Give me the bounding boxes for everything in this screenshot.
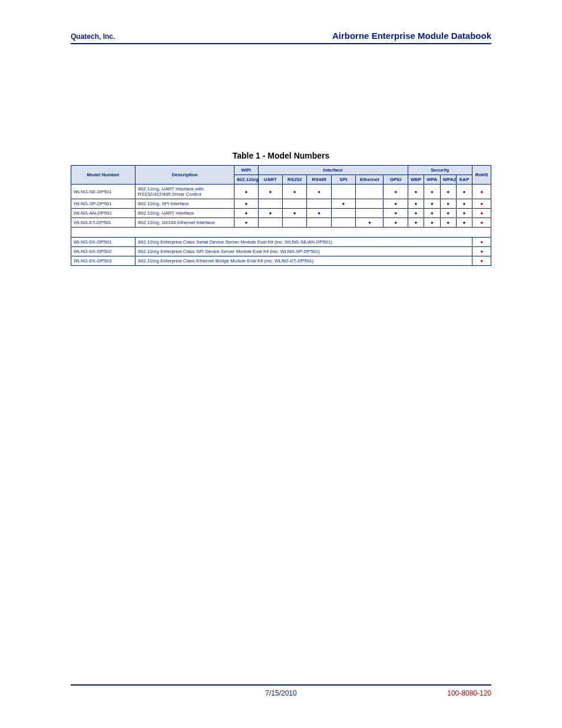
dot-icon: [431, 210, 434, 216]
table-cell: [424, 199, 440, 209]
dot-icon: [480, 189, 483, 195]
dot-icon: [269, 189, 272, 195]
dot-icon: [480, 210, 483, 216]
table-cell: [356, 209, 384, 218]
header-company: Quatech, Inc.: [71, 32, 115, 41]
dot-icon: [244, 189, 247, 195]
col-rs485: RS485: [307, 175, 331, 185]
table-cell: [258, 185, 282, 199]
table-cell: [456, 185, 472, 199]
cell-desc: 802.11b/g Enterprise Class Ethernet Brid…: [135, 256, 472, 266]
table-cell: [384, 185, 408, 199]
table-cell: [408, 185, 424, 199]
page-header: Quatech, Inc. Airborne Enterprise Module…: [71, 31, 491, 44]
table-cell: [440, 185, 456, 199]
dot-icon: [480, 239, 483, 245]
cell-desc: 802.11b/g, UART Interface with RS232/422…: [135, 185, 234, 199]
table-cell: [234, 199, 259, 209]
dot-icon: [415, 189, 418, 195]
table-cell: [283, 209, 307, 218]
table-cell: [283, 185, 307, 199]
cell-desc: 802.11b/g Enterprise Class Serial Device…: [135, 238, 472, 247]
table-cell: [356, 185, 384, 199]
dot-icon: [431, 220, 434, 225]
table-cell: [356, 199, 384, 209]
col-spi: SPI: [331, 175, 355, 185]
cell-model: WLNG-AN-DP501: [71, 209, 135, 218]
table-cell: [283, 199, 307, 209]
table-cell: [356, 218, 384, 228]
table-cell: [440, 218, 456, 228]
dot-icon: [368, 220, 371, 225]
table-spacer: [71, 228, 491, 238]
dot-icon: [431, 189, 434, 195]
cell-model: WLNG-EK-DP501: [71, 238, 135, 247]
cell-desc: 802.11b/g, SPI Interface: [135, 199, 234, 209]
table-cell: [234, 218, 259, 228]
dot-icon: [244, 210, 247, 216]
cell-model: WLNG-ET-DP501: [71, 218, 135, 228]
table-cell: [472, 247, 491, 256]
dot-icon: [447, 189, 449, 195]
table-row: WLNG-SE-DP501802.11b/g, UART Interface w…: [71, 185, 491, 199]
col-wifi-sub: 802.11b/g: [234, 175, 259, 185]
table-cell: [331, 185, 355, 199]
table-cell: [456, 199, 472, 209]
dot-icon: [463, 201, 466, 206]
col-desc: Description: [135, 166, 234, 185]
dot-icon: [394, 201, 397, 206]
table-cell: [472, 238, 491, 247]
table-cell: [456, 218, 472, 228]
col-model: Model Number: [71, 166, 135, 185]
dot-icon: [480, 201, 483, 206]
dot-icon: [463, 210, 466, 216]
table-cell: [424, 218, 440, 228]
table-cell: [440, 209, 456, 218]
col-group-wifi: WiFi: [234, 166, 259, 175]
table-row: WLNG-EK-DP503802.11b/g Enterprise Class …: [71, 256, 491, 266]
cell-desc: 802.11b/g Enterprise Class SPI Device Se…: [135, 247, 472, 256]
dot-icon: [415, 210, 418, 216]
table-cell: [472, 256, 491, 266]
table-cell: [424, 209, 440, 218]
table-row: WLNG-AN-DP501802.11b/g, UART Interface: [71, 209, 491, 218]
cell-desc: 802.11b/g, 10/100 Ethernet Interface: [135, 218, 234, 228]
table-cell: [331, 199, 355, 209]
dot-icon: [463, 189, 466, 195]
dot-icon: [431, 201, 434, 206]
dot-icon: [415, 220, 418, 225]
col-ethernet: Ethernet: [356, 175, 384, 185]
col-uart: UART: [258, 175, 282, 185]
table-cell: [258, 218, 282, 228]
table-cell: [331, 209, 355, 218]
col-rs232: RS232: [283, 175, 307, 185]
col-wep: WEP: [408, 175, 424, 185]
table-cell: [472, 199, 491, 209]
dot-icon: [480, 258, 483, 263]
table-cell: [331, 218, 355, 228]
dot-icon: [394, 210, 397, 216]
col-rohs: RoHS: [472, 166, 491, 185]
cell-desc: 802.11b/g, UART Interface: [135, 209, 234, 218]
table-caption: Table 1 - Model Numbers: [0, 151, 562, 160]
dot-icon: [342, 201, 345, 206]
col-group-security: Security: [408, 166, 472, 175]
dot-icon: [415, 201, 418, 206]
dot-icon: [463, 220, 466, 225]
table-cell: [472, 218, 491, 228]
col-eap: EAP: [456, 175, 472, 185]
table-cell: [307, 199, 331, 209]
table-cell: [258, 209, 282, 218]
table-cell: [307, 209, 331, 218]
table-cell: [258, 199, 282, 209]
dot-icon: [293, 210, 296, 216]
dot-icon: [480, 249, 483, 254]
table-cell: [307, 185, 331, 199]
cell-model: WLNG-EK-DP502: [71, 247, 135, 256]
table-cell: [472, 209, 491, 218]
col-gpio: GPIO: [384, 175, 408, 185]
dot-icon: [480, 220, 483, 225]
header-title: Airborne Enterprise Module Databook: [332, 31, 491, 41]
dot-icon: [244, 201, 247, 206]
model-table: Model Number Description WiFi Interface …: [71, 165, 491, 266]
